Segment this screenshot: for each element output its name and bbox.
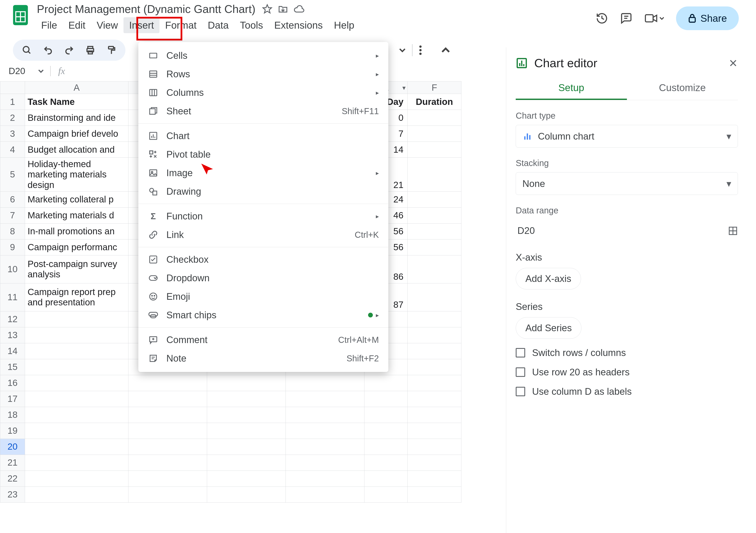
row-header[interactable]: 22 [0, 470, 25, 487]
checkbox-icon [148, 255, 159, 264]
cell[interactable]: Budget allocation and [25, 142, 128, 158]
move-folder-icon[interactable] [278, 4, 288, 14]
share-button[interactable]: Share [676, 7, 739, 30]
cell[interactable]: Marketing materials d [25, 207, 128, 223]
menu-insert[interactable]: Insert [123, 17, 159, 33]
cell[interactable]: Campaign brief develo [25, 126, 128, 142]
switch-rows-cols-checkbox[interactable]: Switch rows / columns [516, 347, 738, 358]
cell[interactable]: Campaign report prep and presentation [25, 283, 128, 311]
history-icon[interactable] [596, 12, 608, 25]
insert-link[interactable]: Link Ctrl+K [138, 225, 388, 244]
insert-emoji[interactable]: Emoji [138, 287, 388, 306]
undo-icon[interactable] [40, 43, 56, 57]
cell[interactable]: Holiday-themed marketing materials desig… [25, 158, 128, 192]
row-header[interactable]: 13 [0, 327, 25, 343]
use-row-headers-checkbox[interactable]: Use row 20 as headers [516, 367, 738, 377]
insert-columns[interactable]: Columns ▸ [138, 83, 388, 102]
insert-rows[interactable]: Rows ▸ [138, 65, 388, 83]
name-box[interactable]: D20 [9, 66, 25, 76]
row-header[interactable]: 12 [0, 311, 25, 327]
sheets-logo-icon[interactable] [11, 2, 30, 28]
row-header[interactable]: 19 [0, 423, 25, 439]
add-series-button[interactable]: Add Series [516, 317, 581, 339]
row-header[interactable]: 3 [0, 126, 25, 142]
tab-setup[interactable]: Setup [516, 82, 627, 100]
svg-point-15 [419, 45, 422, 48]
insert-chart[interactable]: Chart [138, 127, 388, 145]
star-icon[interactable] [262, 4, 272, 14]
menu-extensions[interactable]: Extensions [269, 17, 328, 33]
col-header-a[interactable]: A [25, 81, 128, 94]
row-header[interactable]: 5 [0, 158, 25, 192]
insert-image[interactable]: Image ▸ [138, 164, 388, 182]
insert-drawing[interactable]: Drawing [138, 182, 388, 201]
row-header[interactable]: 6 [0, 191, 25, 207]
row-header[interactable]: 17 [0, 391, 25, 407]
lock-icon [688, 13, 696, 23]
data-range-input[interactable] [516, 221, 721, 240]
tab-customize[interactable]: Customize [627, 82, 738, 100]
menu-tools[interactable]: Tools [234, 17, 269, 33]
cell[interactable]: In-mall promotions an [25, 223, 128, 239]
more-formats-dropdown[interactable] [399, 47, 406, 53]
row-header[interactable]: 1 [0, 94, 25, 110]
select-all-corner[interactable] [0, 81, 25, 94]
name-box-dropdown-icon[interactable] [38, 68, 44, 74]
insert-cells[interactable]: Cells ▸ [138, 46, 388, 65]
col-header-f[interactable]: F [408, 81, 461, 94]
insert-dropdown[interactable]: Dropdown [138, 269, 388, 287]
search-icon[interactable] [19, 43, 35, 57]
menu-format[interactable]: Format [159, 17, 202, 33]
menu-edit[interactable]: Edit [63, 17, 91, 33]
row-header[interactable]: 10 [0, 255, 25, 283]
row-header[interactable]: 9 [0, 239, 25, 255]
add-xaxis-button[interactable]: Add X-axis [516, 268, 581, 290]
document-title[interactable]: Project Management (Dynamic Gantt Chart) [36, 2, 257, 16]
chart-type-select[interactable]: Column chart ▾ [516, 125, 738, 147]
cell[interactable]: Marketing collateral p [25, 191, 128, 207]
insert-checkbox[interactable]: Checkbox [138, 250, 388, 269]
toolbar-collapse-icon[interactable] [441, 46, 450, 55]
row-header[interactable]: 21 [0, 455, 25, 470]
menu-data[interactable]: Data [202, 17, 234, 33]
insert-sheet[interactable]: Sheet Shift+F11 [138, 102, 388, 120]
cell[interactable]: Post-campaign survey analysis [25, 255, 128, 283]
meet-icon[interactable] [644, 13, 664, 23]
comments-icon[interactable] [620, 12, 633, 25]
row-header[interactable]: 2 [0, 110, 25, 126]
cell-a1[interactable]: Task Name [25, 94, 128, 110]
insert-comment[interactable]: Comment Ctrl+Alt+M [138, 331, 388, 349]
use-col-labels-checkbox[interactable]: Use column D as labels [516, 386, 738, 397]
svg-rect-8 [689, 17, 695, 22]
insert-note[interactable]: Note Shift+F2 [138, 349, 388, 368]
cloud-status-icon[interactable] [293, 5, 305, 13]
insert-smart-chips[interactable]: Smart chips ▸ [138, 306, 388, 324]
title-bar: Project Management (Dynamic Gantt Chart)… [0, 0, 756, 33]
insert-function[interactable]: Σ Function ▸ [138, 207, 388, 225]
cell-f1[interactable]: Duration [408, 94, 461, 110]
col-menu-icon[interactable]: ▾ [402, 84, 406, 91]
row-header[interactable]: 4 [0, 142, 25, 158]
row-header[interactable]: 11 [0, 283, 25, 311]
close-icon[interactable] [728, 58, 738, 68]
stacking-select[interactable]: None ▾ [516, 172, 738, 195]
cell[interactable]: Campaign performanc [25, 239, 128, 255]
row-header[interactable]: 16 [0, 375, 25, 391]
row-header[interactable]: 15 [0, 359, 25, 375]
menu-file[interactable]: File [36, 17, 63, 33]
row-header[interactable]: 7 [0, 207, 25, 223]
row-header[interactable]: 18 [0, 407, 25, 423]
row-header[interactable]: 8 [0, 223, 25, 239]
menu-help[interactable]: Help [328, 17, 360, 33]
toolbar-more-icon[interactable] [419, 45, 422, 56]
select-range-icon[interactable] [728, 226, 738, 236]
paint-format-icon[interactable] [104, 43, 119, 57]
redo-icon[interactable] [62, 43, 77, 57]
insert-pivot-table[interactable]: Pivot table [138, 145, 388, 164]
row-header[interactable]: 23 [0, 487, 25, 502]
row-header[interactable]: 14 [0, 343, 25, 359]
print-icon[interactable] [83, 43, 98, 57]
row-header-selected[interactable]: 20 [0, 439, 25, 455]
cell[interactable]: Brainstorming and ide [25, 110, 128, 126]
menu-view[interactable]: View [91, 17, 123, 33]
